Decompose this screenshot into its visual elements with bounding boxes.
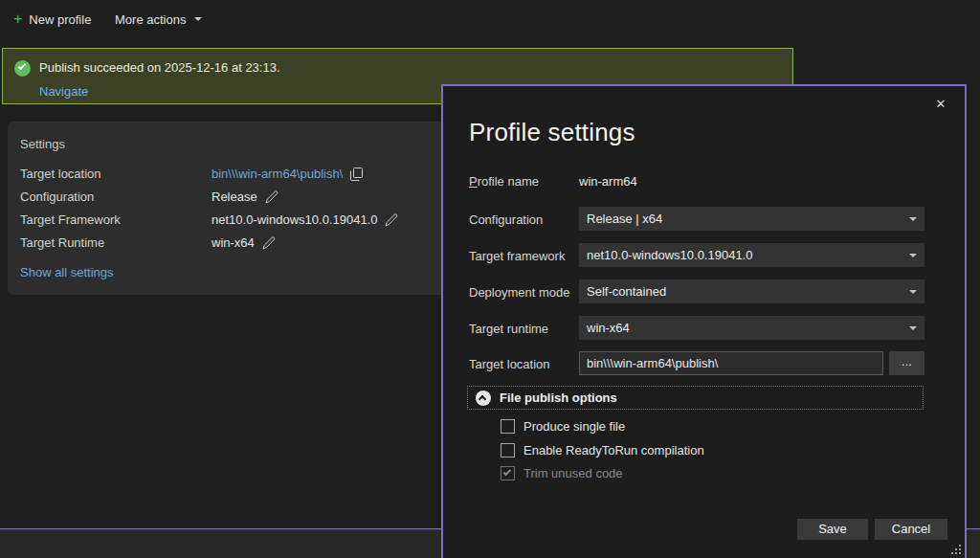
configuration-label: Configuration xyxy=(469,212,543,227)
navigate-link[interactable]: Navigate xyxy=(39,84,88,99)
target-location-label: Target location xyxy=(469,357,550,371)
checkbox-label: Trim unused code xyxy=(523,466,623,480)
expander-label: File publish options xyxy=(500,391,617,405)
checkbox-icon xyxy=(501,466,515,480)
edit-pencil-icon[interactable] xyxy=(385,213,399,227)
setting-label: Configuration xyxy=(20,190,94,204)
deployment-mode-label: Deployment mode xyxy=(469,285,570,300)
checkbox-label: Enable ReadyToRun compilation xyxy=(523,443,704,458)
profile-settings-dialog: ✕ Profile settings Profile name win-arm6… xyxy=(441,84,967,558)
cancel-button[interactable]: Cancel xyxy=(875,519,947,540)
configuration-dropdown[interactable]: Release | x64 xyxy=(579,207,924,231)
chevron-down-icon xyxy=(909,217,917,221)
publish-toolbar: + New profile More actions xyxy=(0,0,980,38)
edit-pencil-icon[interactable] xyxy=(262,236,277,250)
target-runtime-dropdown[interactable]: win-x64 xyxy=(579,316,924,340)
more-actions-button[interactable]: More actions xyxy=(115,9,202,30)
success-check-icon xyxy=(14,60,31,77)
target-runtime-value: win-x64 xyxy=(212,235,255,250)
browse-button[interactable]: ... xyxy=(889,351,924,375)
checkbox-icon xyxy=(501,443,515,458)
profile-name-value: win-arm64 xyxy=(579,174,637,189)
dialog-title: Profile settings xyxy=(469,118,635,147)
configuration-value: Release xyxy=(212,190,257,204)
target-runtime-dropdown-value: win-x64 xyxy=(587,321,630,335)
more-actions-label: More actions xyxy=(115,12,186,27)
target-framework-dropdown-value: net10.0-windows10.0.19041.0 xyxy=(587,248,752,262)
target-framework-value: net10.0-windows10.0.19041.0 xyxy=(212,212,377,227)
close-icon[interactable]: ✕ xyxy=(930,94,951,115)
profile-name-label: Profile name xyxy=(469,174,539,189)
chevron-down-icon xyxy=(909,326,917,330)
new-profile-label: New profile xyxy=(29,12,91,27)
edit-pencil-icon[interactable] xyxy=(265,190,279,204)
checkbox-icon xyxy=(501,419,515,434)
publish-success-message: Publish succeeded on 2025-12-16 at 23:13… xyxy=(39,60,280,75)
chevron-down-icon xyxy=(909,254,917,257)
setting-label: Target Framework xyxy=(20,212,121,227)
setting-label: Target Runtime xyxy=(20,235,104,250)
show-all-settings-link[interactable]: Show all settings xyxy=(20,265,114,279)
copy-icon[interactable] xyxy=(350,167,363,181)
configuration-dropdown-value: Release | x64 xyxy=(587,212,662,226)
chevron-down-icon xyxy=(194,17,202,21)
resize-grip[interactable] xyxy=(949,543,961,554)
deployment-mode-dropdown[interactable]: Self-contained xyxy=(579,279,924,303)
target-framework-dropdown[interactable]: net10.0-windows10.0.19041.0 xyxy=(579,243,924,267)
target-runtime-label: Target runtime xyxy=(469,322,548,336)
chevron-up-icon xyxy=(476,391,491,406)
checkbox-label: Produce single file xyxy=(523,419,625,434)
save-button[interactable]: Save xyxy=(797,519,868,540)
settings-panel-title: Settings xyxy=(20,137,65,151)
plus-icon: + xyxy=(13,11,22,27)
deployment-mode-dropdown-value: Self-contained xyxy=(587,284,666,299)
target-framework-label: Target framework xyxy=(469,249,565,263)
target-location-input[interactable]: bin\\\win-arm64\publish\ xyxy=(579,351,883,375)
file-publish-options-expander[interactable]: File publish options xyxy=(467,386,924,410)
setting-label: Target location xyxy=(20,167,101,181)
target-location-link[interactable]: bin\\\win-arm64\publish\ xyxy=(212,167,343,181)
new-profile-button[interactable]: + New profile xyxy=(13,9,91,30)
chevron-down-icon xyxy=(909,290,917,294)
